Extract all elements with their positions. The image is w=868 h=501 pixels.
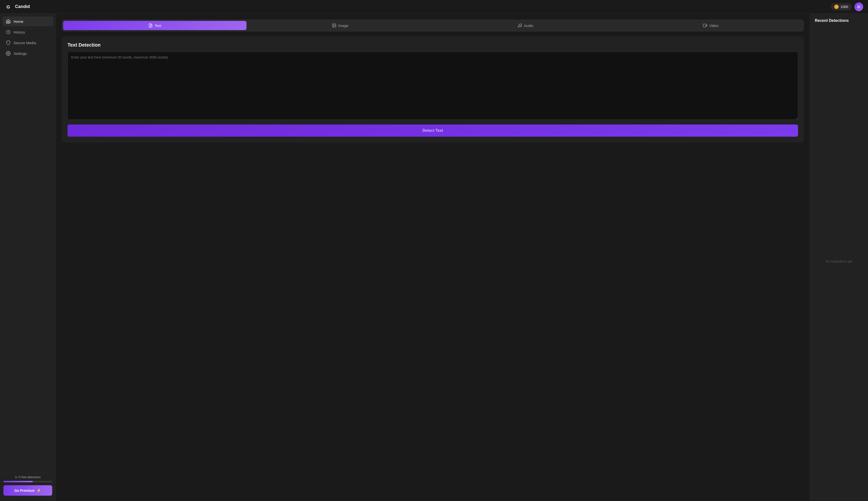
svg-point-9 (520, 26, 522, 27)
text-detection-input[interactable] (67, 52, 798, 120)
credits-badge: 1000 (831, 3, 851, 10)
svg-rect-10 (703, 24, 706, 27)
sidebar: Home History Secure Media (0, 14, 56, 501)
detection-card: Text Detection Detect Text (62, 36, 804, 142)
sidebar-label-history: History (14, 30, 25, 34)
detect-text-button[interactable]: Detect Text (67, 125, 798, 137)
tab-video[interactable]: Video (619, 21, 802, 30)
main-layout: Home History Secure Media (0, 14, 868, 501)
tab-text-label: Text (155, 23, 161, 28)
header-right: 1000 D (831, 2, 863, 11)
app-header: G Candid 1000 D (0, 0, 868, 14)
detect-button-label: Detect Text (422, 128, 443, 132)
settings-icon (6, 51, 11, 56)
home-icon (6, 19, 11, 24)
tab-audio[interactable]: Audio (434, 21, 617, 30)
logo-icon: G (5, 3, 13, 11)
recent-detections-panel: Recent Detections No Detections yet (810, 14, 868, 501)
sidebar-item-history[interactable]: History (2, 27, 53, 37)
progress-bar-container (3, 481, 52, 482)
text-tab-icon (148, 23, 153, 28)
video-tab-icon (703, 23, 707, 28)
svg-text:G: G (7, 4, 10, 9)
svg-point-7 (333, 24, 334, 25)
tab-video-label: Video (709, 23, 718, 28)
progress-bar-fill (3, 481, 33, 482)
coin-icon (834, 4, 839, 9)
sidebar-bottom: 3 / 5 free detections Go Premium ⚡ (2, 473, 53, 498)
sidebar-label-home: Home (14, 19, 23, 23)
lightning-icon: ⚡ (36, 488, 41, 493)
sidebar-nav: Home History Secure Media (2, 17, 53, 473)
free-detections-label: 3 / 5 free detections (3, 476, 52, 479)
avatar[interactable]: D (854, 2, 863, 11)
recent-detections-title: Recent Detections (815, 19, 863, 23)
go-premium-label: Go Premium (14, 489, 34, 492)
image-tab-icon (332, 23, 336, 28)
tab-image[interactable]: Image (248, 21, 432, 30)
content-area: Text Image (56, 14, 810, 501)
tab-image-label: Image (338, 23, 349, 28)
detection-title: Text Detection (67, 42, 798, 48)
avatar-letter: D (858, 4, 860, 9)
tab-audio-label: Audio (524, 23, 533, 28)
tabs-container: Text Image (62, 19, 804, 32)
logo-container: G Candid (5, 3, 30, 11)
tab-text[interactable]: Text (63, 21, 246, 30)
app-title: Candid (15, 4, 30, 9)
credits-amount: 1000 (840, 5, 848, 9)
svg-point-3 (8, 53, 9, 54)
history-icon (6, 30, 11, 34)
sidebar-label-settings: Settings (14, 52, 27, 56)
audio-tab-icon (518, 23, 522, 28)
sidebar-item-settings[interactable]: Settings (2, 49, 53, 58)
svg-point-8 (518, 26, 519, 27)
sidebar-item-home[interactable]: Home (2, 17, 53, 26)
go-premium-button[interactable]: Go Premium ⚡ (3, 485, 52, 495)
sidebar-label-secure-media: Secure Media (14, 41, 36, 45)
shield-icon (6, 40, 11, 45)
no-detections-message: No Detections yet (815, 27, 863, 496)
sidebar-item-secure-media[interactable]: Secure Media (2, 38, 53, 47)
